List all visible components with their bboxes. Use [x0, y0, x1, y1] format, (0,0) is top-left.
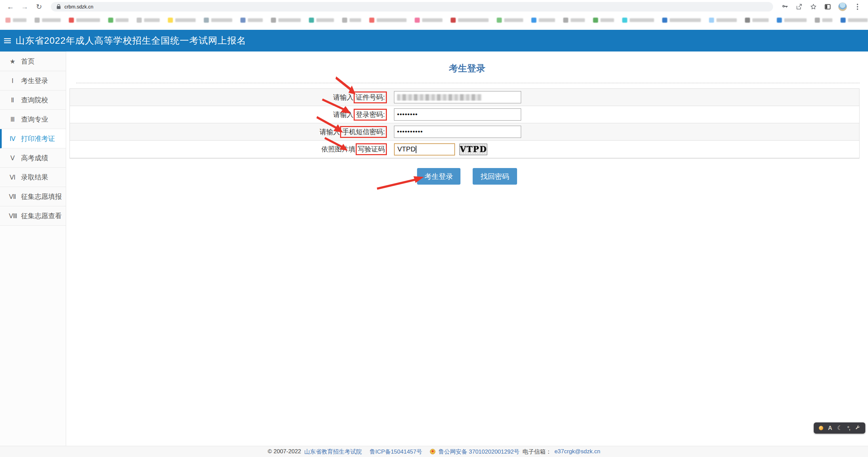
bookmark-item[interactable] [497, 18, 523, 23]
color-dot-icon[interactable] [819, 426, 823, 430]
icp-link[interactable]: 鲁ICP备15041457号 [370, 448, 422, 456]
site-title: 山东省2022年成人高等学校招生全国统一考试网上报名 [16, 35, 246, 47]
hamburger-menu-icon[interactable] [4, 38, 11, 43]
sidebar-item[interactable]: Ⅰ 考生登录 [0, 71, 66, 90]
police-record-link[interactable]: 鲁公网安备 37010202001292号 [438, 448, 519, 456]
bookmark-label-blurred [76, 18, 100, 22]
captcha-input[interactable]: VTPD [394, 143, 455, 155]
bookmark-label-blurred [278, 18, 301, 22]
bookmark-item[interactable] [108, 18, 129, 23]
reload-icon[interactable]: ↻ [33, 1, 45, 13]
sidebar-item-label: 录取结果 [21, 173, 48, 182]
bookmark-item[interactable] [841, 18, 868, 23]
bookmark-label-blurred [350, 18, 361, 22]
dotted-separator [76, 83, 860, 83]
bookmark-favicon [108, 18, 113, 23]
bookmark-item[interactable] [745, 18, 769, 23]
bookmark-label-blurred [316, 18, 334, 22]
back-icon[interactable]: ← [5, 1, 16, 13]
bookmark-label-blurred [422, 18, 442, 22]
sidebar-item[interactable]: Ⅲ 查询专业 [0, 110, 66, 129]
sidebar-item[interactable]: ★ 首页 [0, 52, 66, 71]
page-top-gap [0, 26, 868, 30]
bookmark-item[interactable] [415, 18, 442, 23]
bookmark-item[interactable] [451, 18, 489, 23]
bookmark-label-blurred [211, 18, 232, 22]
sidebar-item-label: 查询院校 [21, 96, 48, 105]
bookmark-item[interactable] [5, 18, 26, 23]
sidebar-item[interactable]: Ⅵ 录取结果 [0, 168, 66, 187]
forward-icon[interactable]: → [19, 1, 31, 13]
ink-contrast-icon[interactable]: °, [847, 425, 850, 431]
settings-wrench-icon[interactable] [855, 425, 860, 432]
bookmark-item[interactable] [309, 18, 334, 23]
captcha-image[interactable]: VTPD [459, 144, 487, 155]
id-number-input[interactable] [394, 91, 521, 103]
bookmark-label-blurred [539, 18, 555, 22]
sidebar-item[interactable]: Ⅶ 征集志愿填报 [0, 187, 66, 206]
org-link[interactable]: 山东省教育招生考试院 [304, 448, 362, 456]
text-caret [416, 146, 416, 153]
bookmark-item[interactable] [35, 18, 61, 23]
sidebar-item-label: 高考成绩 [21, 153, 48, 163]
annotation-red-box: 证件号码: [354, 91, 387, 103]
main-content: 考生登录 请输入证件号码: 请输入登录密码: [66, 51, 868, 446]
profile-avatar[interactable] [838, 2, 847, 11]
password-key-icon[interactable] [781, 3, 789, 11]
side-panel-icon[interactable] [824, 3, 831, 11]
bookmark-item[interactable] [531, 18, 555, 23]
captcha-input-value: VTPD [397, 145, 415, 153]
form-row-captcha: 依照图片填写验证码 VTPD VTPD [70, 141, 859, 158]
sidebar-item[interactable]: Ⅷ 征集志愿查看 [0, 206, 66, 226]
bookmark-item[interactable] [593, 18, 614, 23]
sidebar-item[interactable]: Ⅱ 查询院校 [0, 90, 66, 110]
menu-kebab-icon[interactable] [854, 3, 861, 11]
bookmark-label-blurred [144, 18, 160, 22]
bookmark-item[interactable] [369, 18, 407, 23]
bookmark-item[interactable] [815, 18, 832, 23]
email-label: 电子信箱： [522, 448, 551, 456]
share-icon[interactable] [795, 3, 803, 11]
bookmark-favicon [451, 18, 456, 23]
bookmark-star-icon[interactable] [810, 3, 817, 11]
bookmark-item[interactable] [709, 18, 737, 23]
bookmark-favicon [745, 18, 750, 23]
bookmark-item[interactable] [342, 18, 361, 23]
sms-password-input[interactable] [394, 126, 521, 138]
bookmark-item[interactable] [137, 18, 160, 23]
sidebar-item-numeral: ★ [9, 58, 16, 65]
bookmark-favicon [5, 18, 11, 23]
bookmark-label-blurred [630, 18, 654, 22]
bookmark-item[interactable] [662, 18, 701, 23]
bookmark-favicon [593, 18, 598, 23]
bookmark-item[interactable] [777, 18, 807, 23]
sidebar-item-label: 首页 [21, 57, 35, 66]
bookmark-favicon [342, 18, 347, 23]
bookmark-favicon [240, 18, 245, 23]
password-input[interactable] [394, 108, 521, 121]
login-button[interactable]: 考生登录 [417, 168, 460, 185]
bookmark-favicon [415, 18, 420, 23]
sidebar-nav: ★ 首页 Ⅰ 考生登录 Ⅱ 查询院校 Ⅲ 查询专业 [0, 51, 66, 446]
sidebar-item[interactable]: Ⅴ 高考成绩 [0, 148, 66, 168]
browser-window: ← → ↻ crbm.sdzk.cn [0, 0, 868, 457]
bookmark-item[interactable] [204, 18, 232, 23]
address-bar[interactable]: crbm.sdzk.cn [51, 2, 773, 12]
captcha-image-text: VTPD [460, 144, 487, 154]
dark-mode-moon-icon[interactable]: ☾ [837, 424, 842, 432]
sidebar-item[interactable]: Ⅳ 打印准考证 [0, 129, 66, 148]
bookmark-item[interactable] [168, 18, 196, 23]
bookmark-item[interactable] [69, 18, 100, 23]
annotation-red-box: 手机短信密码: [340, 126, 387, 138]
bookmark-item[interactable] [240, 18, 263, 23]
bookmark-label-blurred [42, 18, 61, 22]
bookmark-item[interactable] [622, 18, 654, 23]
font-size-icon[interactable]: A [828, 425, 832, 432]
sidebar-item-numeral: Ⅳ [9, 135, 16, 143]
site-footer: © 2007-2022 山东省教育招生考试院 鲁ICP备15041457号 鲁公… [0, 446, 868, 457]
form-row-id-number: 请输入证件号码: [70, 89, 859, 106]
email-link[interactable]: e37crgk@sdzk.cn [554, 448, 600, 455]
bookmark-item[interactable] [563, 18, 585, 23]
recover-password-button[interactable]: 找回密码 [473, 168, 517, 185]
bookmark-item[interactable] [271, 18, 301, 23]
